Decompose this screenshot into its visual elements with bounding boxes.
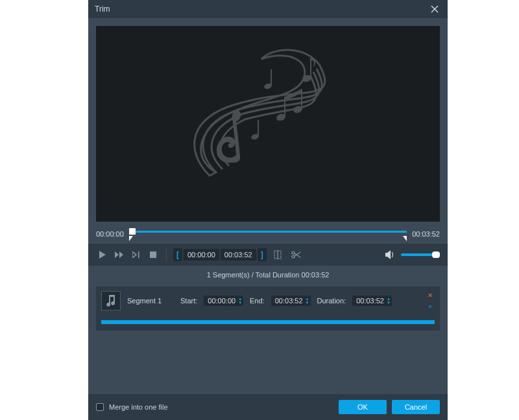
svg-rect-7 xyxy=(258,120,259,137)
playhead-handle[interactable] xyxy=(129,228,136,235)
timeline-end-time: 00:03:52 xyxy=(412,230,440,238)
segments-summary: 1 Segment(s) / Total Duration 00:03:52 xyxy=(88,266,448,281)
svg-point-16 xyxy=(292,251,295,254)
timeline-track[interactable] xyxy=(129,227,407,241)
duration-down[interactable]: ▼ xyxy=(387,301,391,305)
video-preview xyxy=(96,26,440,222)
titlebar: Trim xyxy=(88,0,448,18)
merge-checkbox[interactable] xyxy=(96,403,104,411)
window-title: Trim xyxy=(95,5,110,14)
end-down[interactable]: ▼ xyxy=(306,301,309,305)
next-frame-icon xyxy=(132,251,140,258)
play-icon xyxy=(99,251,106,259)
cut-button[interactable] xyxy=(289,248,303,261)
music-note-icon xyxy=(106,295,116,307)
trim-dialog: Trim xyxy=(88,0,448,420)
volume-button[interactable] xyxy=(384,248,397,261)
volume-slider[interactable] xyxy=(401,253,440,256)
end-time-spinner[interactable]: 00:03:52 ▲▼ xyxy=(271,296,311,306)
ok-button[interactable]: OK xyxy=(339,400,387,414)
duration-spinner[interactable]: 00:03:52 ▲▼ xyxy=(352,296,392,306)
start-time-spinner[interactable]: 00:00:00 ▲▼ xyxy=(204,296,243,306)
stop-icon xyxy=(150,251,156,258)
split-icon xyxy=(272,250,283,259)
end-label: End: xyxy=(250,297,265,305)
segment-range-bar[interactable] xyxy=(101,320,435,324)
svg-rect-11 xyxy=(271,69,272,86)
scissors-icon xyxy=(291,250,301,259)
volume-handle[interactable] xyxy=(432,251,440,258)
set-in-button[interactable]: [ xyxy=(173,248,182,261)
stop-button[interactable] xyxy=(147,248,160,261)
start-label: Start: xyxy=(180,297,197,305)
divider xyxy=(166,248,167,262)
segment-actions: ✕ ＋ xyxy=(426,290,435,311)
timeline-start-time: 00:00:00 xyxy=(96,230,124,238)
svg-rect-13 xyxy=(150,251,156,258)
timeline: 00:00:00 00:03:52 xyxy=(88,227,448,244)
in-time[interactable]: 00:00:00 xyxy=(184,249,219,261)
segments-list: Segment 1 Start: 00:00:00 ▲▼ End: 00:03:… xyxy=(88,281,448,336)
music-placeholder-icon xyxy=(171,40,365,208)
range-start-marker[interactable] xyxy=(129,236,133,241)
svg-point-17 xyxy=(292,255,295,258)
in-out-editor: [ 00:00:00 00:03:52 ] xyxy=(173,248,267,261)
footer: Merge into one file OK Cancel xyxy=(88,394,448,420)
close-icon xyxy=(431,5,439,13)
out-time[interactable]: 00:03:52 xyxy=(221,249,256,261)
segment-thumbnail xyxy=(101,291,121,310)
range-end-marker[interactable] xyxy=(403,236,407,241)
segment-name: Segment 1 xyxy=(127,297,174,305)
preview-area xyxy=(88,18,448,227)
svg-rect-3 xyxy=(284,97,285,117)
delete-segment-button[interactable]: ✕ xyxy=(426,290,435,299)
set-out-button[interactable]: ] xyxy=(258,248,267,261)
cancel-button[interactable]: Cancel xyxy=(392,400,440,414)
fast-forward-icon xyxy=(115,251,124,258)
end-time-value: 00:03:52 xyxy=(275,297,303,305)
merge-label: Merge into one file xyxy=(109,403,168,411)
svg-rect-12 xyxy=(138,251,139,258)
svg-rect-9 xyxy=(310,58,311,78)
segment-row[interactable]: Segment 1 Start: 00:00:00 ▲▼ End: 00:03:… xyxy=(96,286,440,331)
add-segment-button[interactable]: ＋ xyxy=(426,302,435,311)
play-button[interactable] xyxy=(96,248,109,261)
next-frame-button[interactable] xyxy=(130,248,143,261)
close-button[interactable] xyxy=(428,3,441,16)
duration-value: 00:03:52 xyxy=(356,297,384,305)
start-time-value: 00:00:00 xyxy=(208,297,235,305)
playback-controls: [ 00:00:00 00:03:52 ] xyxy=(88,244,448,266)
fast-forward-button[interactable] xyxy=(113,248,126,261)
split-button[interactable] xyxy=(271,248,285,261)
duration-label: Duration: xyxy=(317,297,346,305)
start-down[interactable]: ▼ xyxy=(238,301,242,305)
volume-icon xyxy=(385,250,396,259)
timeline-progress xyxy=(129,231,407,233)
